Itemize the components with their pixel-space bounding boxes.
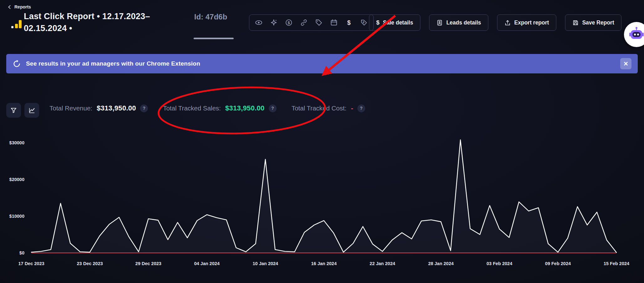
save-report-button[interactable]: Save Report [565, 14, 621, 31]
chevron-left-icon [8, 5, 12, 9]
logo-bar-short [15, 24, 18, 28]
help-icon[interactable]: ? [357, 104, 365, 112]
sale-details-label: Sale details [383, 19, 413, 26]
leads-details-button[interactable]: Leads details [429, 14, 488, 31]
extension-sync-icon [13, 60, 21, 68]
stat-label: Total Revenue: [49, 104, 92, 112]
sale-details-button[interactable]: $ Sale details [369, 14, 420, 31]
link-icon[interactable] [300, 19, 308, 26]
price-tag-dollar-icon[interactable]: $ [360, 19, 368, 26]
page-title: Last Click Report • 12.17.2023– 02.15.20… [24, 10, 162, 34]
stat-label: Total Tracked Cost: [292, 104, 346, 112]
svg-text:$30000: $30000 [9, 140, 24, 145]
svg-text:28 Jan 2024: 28 Jan 2024 [428, 261, 454, 266]
banner-close-button[interactable]: × [620, 58, 631, 69]
stat-label: Total Tracked Sales: [163, 104, 221, 112]
page-title-line1: Last Click Report • 12.17.2023– [24, 10, 162, 22]
revenue-chart[interactable]: $0$10000$20000$3000017 Dec 202323 Dec 20… [0, 131, 644, 274]
sparkle-icon[interactable] [270, 19, 278, 26]
robot-icon [628, 26, 644, 43]
leads-details-label: Leads details [446, 19, 481, 26]
export-icon [504, 19, 511, 26]
chat-bot-avatar[interactable] [624, 22, 644, 47]
save-report-label: Save Report [582, 19, 614, 26]
save-icon [572, 19, 579, 26]
help-icon[interactable]: ? [269, 104, 277, 112]
chrome-extension-banner: See results in your ad managers with our… [6, 54, 638, 73]
svg-text:$: $ [347, 19, 351, 26]
revenue-chart-svg[interactable]: $0$10000$20000$3000017 Dec 202323 Dec 20… [0, 131, 644, 274]
leads-icon [436, 19, 443, 26]
page-title-line2: 02.15.2024 • [24, 22, 162, 34]
eye-icon[interactable] [255, 19, 262, 26]
svg-text:$20000: $20000 [9, 177, 24, 182]
logo-dot [11, 26, 13, 28]
export-report-button[interactable]: Export report [497, 14, 556, 31]
export-report-label: Export report [514, 19, 549, 26]
help-icon[interactable]: ? [140, 104, 148, 112]
svg-text:22 Jan 2024: 22 Jan 2024 [370, 261, 395, 266]
stat-total-tracked-cost: Total Tracked Cost: - ? [292, 104, 365, 112]
svg-text:29 Dec 2023: 29 Dec 2023 [135, 261, 161, 266]
logo-bar-tall [19, 20, 22, 28]
coin-dollar-icon[interactable]: $ [285, 19, 293, 26]
line-chart-icon [29, 107, 35, 114]
svg-text:$10000: $10000 [9, 214, 24, 219]
svg-text:16 Jan 2024: 16 Jan 2024 [311, 261, 336, 266]
chart-type-button[interactable] [24, 103, 39, 118]
svg-text:09 Feb 2024: 09 Feb 2024 [545, 261, 571, 266]
dollar-sign-icon[interactable]: $ [345, 19, 353, 26]
svg-text:$0: $0 [19, 250, 24, 255]
calendar-icon[interactable] [330, 19, 338, 26]
breadcrumb-reports[interactable]: Reports [9, 4, 31, 9]
id-underline [194, 38, 234, 39]
svg-text:$: $ [363, 21, 365, 24]
stat-value: $313,950.00 [225, 104, 265, 112]
svg-text:17 Dec 2023: 17 Dec 2023 [18, 261, 44, 266]
filter-funnel-icon [10, 107, 17, 114]
svg-text:23 Dec 2023: 23 Dec 2023 [77, 261, 103, 266]
header-actions: $ Sale details Leads details Export repo… [369, 14, 621, 31]
tag-icon[interactable] [315, 19, 323, 26]
svg-text:03 Feb 2024: 03 Feb 2024 [486, 261, 512, 266]
banner-text: See results in your ad managers with our… [26, 60, 200, 67]
stat-value: - [351, 104, 353, 112]
totals-row: Total Revenue: $313,950.00 ? Total Track… [49, 104, 365, 112]
svg-text:15 Feb 2024: 15 Feb 2024 [604, 261, 629, 266]
app-logo [11, 19, 22, 29]
integration-toolbar: $ $ $ [249, 14, 374, 31]
stat-total-tracked-sales: Total Tracked Sales: $313,950.00 ? [163, 104, 276, 112]
svg-text:04 Jan 2024: 04 Jan 2024 [194, 261, 220, 266]
breadcrumb-label: Reports [14, 4, 31, 9]
filter-button[interactable] [6, 103, 21, 118]
stat-value: $313,950.00 [97, 104, 136, 112]
stat-total-revenue: Total Revenue: $313,950.00 ? [49, 104, 148, 112]
dollar-icon: $ [376, 19, 380, 26]
report-id: Id: 47d6b [194, 13, 227, 21]
svg-text:$: $ [288, 21, 290, 25]
svg-text:10 Jan 2024: 10 Jan 2024 [252, 261, 278, 266]
